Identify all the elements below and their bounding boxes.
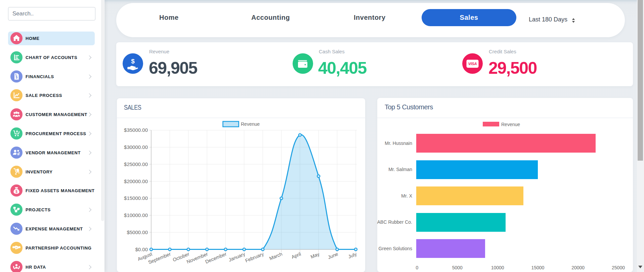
svg-text:VISA: VISA [468,62,477,66]
svg-text:Revenue: Revenue [241,121,260,127]
svg-text:June: June [327,251,339,260]
svg-text:July: July [347,251,358,260]
svg-text:April: April [291,251,302,260]
svg-text:$5000.00: $5000.00 [127,229,148,235]
svg-text:February: February [245,251,265,264]
svg-text:$: $ [15,190,17,194]
svg-text:$15000.00: $15000.00 [124,195,148,201]
svg-text:$10000.00: $10000.00 [124,212,148,218]
svg-text:$25000.00: $25000.00 [124,161,148,167]
svg-text:$35000.00: $35000.00 [124,127,148,133]
svg-text:January: January [228,251,246,263]
svg-text:May: May [310,251,320,260]
svg-text:$20000.00: $20000.00 [124,178,148,184]
svg-text:December: December [205,251,227,265]
svg-text:$30000.00: $30000.00 [124,144,148,150]
svg-text:March: March [268,251,283,261]
svg-text:$: $ [131,58,135,65]
svg-text:$0.00: $0.00 [135,247,148,252]
svg-text:$: $ [16,75,18,79]
